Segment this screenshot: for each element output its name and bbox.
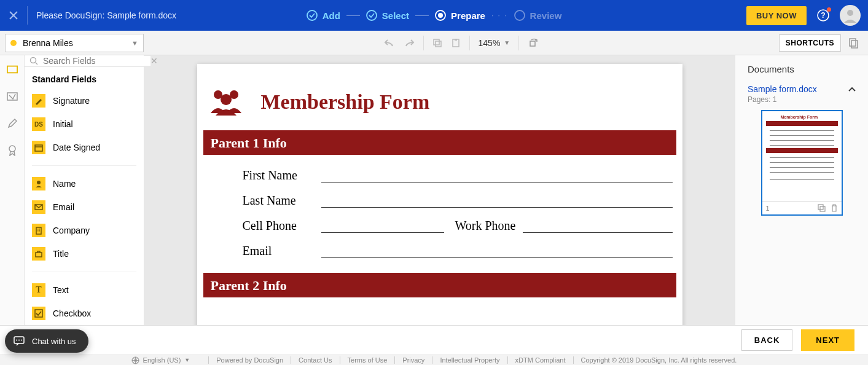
collapse-button[interactable] [848, 87, 856, 92]
search-icon [29, 57, 38, 65]
label-cell-phone: Cell Phone [243, 219, 321, 233]
redo-button[interactable] [404, 37, 415, 49]
zoom-control[interactable]: 145% ▼ [479, 38, 510, 48]
copy-button[interactable] [432, 38, 442, 48]
duplicate-page-button[interactable] [818, 204, 826, 212]
buy-now-button[interactable]: BUY NOW [746, 6, 807, 25]
input-line[interactable] [321, 182, 673, 182]
input-line[interactable] [321, 257, 673, 258]
seal-icon [7, 145, 17, 156]
field-date-signed[interactable]: Date Signed [32, 136, 136, 159]
delete-page-button[interactable] [831, 204, 838, 212]
custom-field-icon [7, 91, 18, 102]
svg-rect-14 [851, 41, 858, 48]
footer-terms[interactable]: Terms of Use [348, 356, 388, 364]
input-line[interactable] [321, 232, 444, 233]
step-add[interactable]: Add [307, 10, 340, 21]
back-button[interactable]: BACK [741, 329, 793, 351]
field-separator [32, 165, 136, 166]
undo-button[interactable] [384, 37, 395, 49]
people-icon [207, 88, 245, 116]
field-icon [7, 65, 18, 74]
standard-fields-tab[interactable] [7, 64, 18, 75]
svg-point-4 [515, 10, 525, 20]
divider [27, 6, 28, 25]
sub-toolbar: Brenna Miles ▼ 145% ▼ SHORTCUTS [0, 31, 868, 55]
field-company[interactable]: Company [32, 219, 136, 242]
footer-contact[interactable]: Contact Us [299, 356, 332, 364]
input-line[interactable] [321, 207, 673, 208]
seal-tab[interactable] [7, 145, 18, 156]
rotate-button[interactable] [528, 37, 539, 49]
field-signature[interactable]: Signature [32, 89, 136, 112]
svg-point-0 [307, 10, 317, 20]
empty-circle-icon [514, 10, 525, 21]
footer-ip[interactable]: Intellectual Property [440, 356, 499, 364]
svg-point-7 [847, 10, 853, 16]
field-text[interactable]: T Text [32, 278, 136, 302]
help-button[interactable]: ? [816, 9, 830, 22]
undo-icon [384, 37, 395, 49]
svg-point-36 [16, 340, 17, 341]
svg-rect-23 [37, 229, 39, 230]
footer-powered[interactable]: Powered by DocuSign [216, 356, 283, 364]
clear-search-button[interactable]: ✕ [151, 56, 158, 66]
field-name[interactable]: Name [32, 172, 136, 195]
paste-button[interactable] [451, 38, 461, 48]
field-label: Initial [53, 119, 73, 129]
document-item[interactable]: Sample form.docx Pages: 1 Membership For… [735, 79, 868, 221]
input-line[interactable] [523, 232, 672, 233]
section-parent2: Parent 2 Info [203, 273, 676, 297]
svg-rect-15 [7, 66, 17, 73]
field-list: Signature DS Initial Date Signed Name [25, 89, 144, 325]
field-email[interactable]: Email [32, 195, 136, 219]
close-button[interactable] [0, 0, 27, 31]
shortcuts-button[interactable]: SHORTCUTS [779, 34, 841, 52]
svg-rect-13 [850, 39, 856, 46]
mail-icon [32, 200, 45, 214]
field-label: Name [53, 179, 76, 189]
person-icon [32, 177, 45, 190]
svg-point-3 [438, 13, 443, 18]
svg-rect-8 [434, 39, 439, 45]
templates-button[interactable] [848, 37, 859, 49]
row-phones: Cell Phone Work Phone [203, 214, 676, 239]
chevron-down-icon: ▼ [131, 39, 138, 47]
step-select[interactable]: Select [366, 10, 409, 21]
close-icon [9, 11, 18, 20]
signature-icon [32, 94, 45, 108]
svg-rect-26 [39, 230, 41, 232]
redo-icon [404, 37, 415, 49]
svg-rect-19 [35, 145, 42, 151]
custom-fields-tab[interactable] [7, 91, 18, 102]
step-review: Review [514, 10, 562, 21]
chevron-up-icon [848, 87, 856, 92]
recipient-color-dot [10, 40, 17, 46]
step-label: Add [323, 10, 340, 21]
document-canvas[interactable]: Membership Form Parent 1 Info First Name… [144, 55, 735, 325]
page-thumbnail[interactable]: Membership Form 1 [761, 110, 843, 216]
step-prepare[interactable]: Prepare [435, 10, 485, 21]
recipient-dropdown[interactable]: Brenna Miles ▼ [5, 34, 144, 52]
user-avatar[interactable] [840, 5, 861, 26]
field-title[interactable]: Title [32, 242, 136, 265]
search-fields-input[interactable] [41, 56, 151, 66]
thumbnail-preview: Membership Form [762, 111, 842, 201]
language-selector[interactable]: English (US) ▼ [131, 356, 190, 364]
field-checkbox[interactable]: Checkbox [32, 302, 136, 325]
svg-point-17 [9, 146, 15, 152]
step-label: Select [382, 10, 409, 21]
paste-icon [451, 38, 461, 48]
next-button[interactable]: NEXT [801, 329, 854, 351]
footer-privacy[interactable]: Privacy [402, 356, 424, 364]
footer-xdtm[interactable]: xDTM Compliant [515, 356, 566, 364]
document-page[interactable]: Membership Form Parent 1 Info First Name… [197, 64, 682, 325]
rotate-icon [528, 37, 539, 49]
field-label: Email [53, 202, 74, 212]
chat-widget[interactable]: Chat with us [5, 329, 88, 353]
edit-tab[interactable] [7, 118, 18, 129]
svg-rect-25 [37, 230, 39, 232]
fields-panel: ✕ Standard Fields Signature DS Initial D… [25, 55, 144, 325]
label-work-phone: Work Phone [455, 219, 516, 233]
field-initial[interactable]: DS Initial [32, 112, 136, 136]
